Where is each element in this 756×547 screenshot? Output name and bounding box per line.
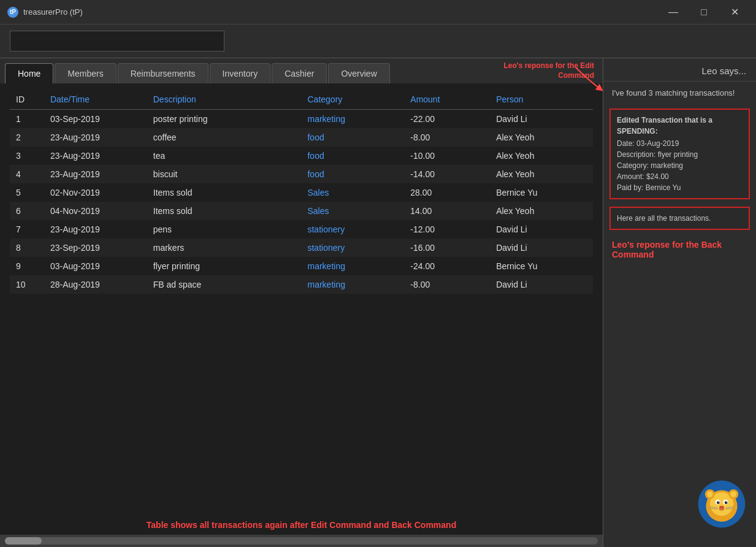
tab-inventory[interactable]: Inventory xyxy=(210,63,271,83)
cell-description: biscuit xyxy=(147,165,302,183)
cell-id: 9 xyxy=(10,257,44,275)
leo-lion-icon xyxy=(697,480,746,529)
col-header-date: Date/Time xyxy=(44,90,147,110)
scrollbar-thumb[interactable] xyxy=(5,537,42,545)
col-header-id: ID xyxy=(10,90,44,110)
cell-amount: -16.00 xyxy=(404,239,490,257)
cell-category: food xyxy=(301,165,404,183)
table-row[interactable]: 3 23-Aug-2019 tea food -10.00 Alex Yeoh xyxy=(10,147,593,165)
svg-point-12 xyxy=(718,502,719,503)
left-panel: Home Members Reimbursements Inventory Ca… xyxy=(0,58,603,547)
tab-reimbursements[interactable]: Reimbursements xyxy=(118,63,208,83)
cell-category: stationery xyxy=(301,239,404,257)
cell-description: markers xyxy=(147,239,302,257)
app-title: treasurerPro (tP) xyxy=(23,7,83,17)
app-icon: tP xyxy=(7,7,18,18)
cell-amount: -22.00 xyxy=(404,110,490,129)
right-panel: Leo's reponse for the Edit Command Leo s… xyxy=(603,58,756,547)
table-row[interactable]: 2 23-Aug-2019 coffee food -8.00 Alex Yeo… xyxy=(10,128,593,147)
cell-description: poster printing xyxy=(147,110,302,129)
leo-intro-text: I've found 3 matching transactions! xyxy=(612,88,735,98)
cell-description: Items sold xyxy=(147,183,302,202)
cell-id: 1 xyxy=(10,110,44,129)
cell-description: flyer printing xyxy=(147,257,302,275)
svg-point-10 xyxy=(717,501,720,504)
cell-category: stationery xyxy=(301,220,404,239)
cell-amount: -12.00 xyxy=(404,220,490,239)
cell-category: marketing xyxy=(301,275,404,294)
cell-date: 03-Sep-2019 xyxy=(44,110,147,129)
cell-category: marketing xyxy=(301,110,404,129)
cell-amount: -24.00 xyxy=(404,257,490,275)
cell-date: 02-Nov-2019 xyxy=(44,183,147,202)
status-bar xyxy=(0,535,603,547)
cell-id: 10 xyxy=(10,275,44,294)
col-header-amount: Amount xyxy=(404,90,490,110)
table-row[interactable]: 6 04-Nov-2019 Items sold Sales 14.00 Ale… xyxy=(10,202,593,220)
table-annotation: Table shows all transactions again after… xyxy=(0,515,603,535)
cell-person: Alex Yeoh xyxy=(490,165,593,183)
cell-date: 23-Aug-2019 xyxy=(44,165,147,183)
cell-date: 23-Aug-2019 xyxy=(44,128,147,147)
leo-back-text: Here are all the transactions. xyxy=(617,214,711,223)
leo-edit-category: Category: marketing xyxy=(617,161,683,170)
leo-back-box: Here are all the transactions. xyxy=(609,207,750,230)
cell-date: 28-Aug-2019 xyxy=(44,275,147,294)
cell-description: coffee xyxy=(147,128,302,147)
cell-category: food xyxy=(301,147,404,165)
leo-says-label: Leo says... xyxy=(701,66,746,76)
table-body: 1 03-Sep-2019 poster printing marketing … xyxy=(10,110,593,294)
cell-amount: 28.00 xyxy=(404,183,490,202)
cell-person: David Li xyxy=(490,275,593,294)
minimize-button[interactable]: — xyxy=(659,3,687,21)
transaction-table: ID Date/Time Description Category Amount… xyxy=(10,90,593,294)
search-bar xyxy=(0,25,756,58)
cell-category: food xyxy=(301,128,404,147)
cell-date: 04-Nov-2019 xyxy=(44,202,147,220)
leo-edit-description: Description: flyer printing xyxy=(617,150,698,159)
maximize-button[interactable]: □ xyxy=(690,3,718,21)
search-input[interactable] xyxy=(10,31,224,52)
cell-id: 6 xyxy=(10,202,44,220)
close-button[interactable]: ✕ xyxy=(720,3,749,21)
table-row[interactable]: 8 23-Sep-2019 markers stationery -16.00 … xyxy=(10,239,593,257)
col-header-category: Category xyxy=(301,90,404,110)
title-bar-left: tP treasurerPro (tP) xyxy=(7,7,83,18)
leo-header: Leo says... xyxy=(603,58,756,82)
tab-home[interactable]: Home xyxy=(5,63,53,83)
cell-date: 03-Aug-2019 xyxy=(44,257,147,275)
svg-point-11 xyxy=(725,501,728,504)
cell-id: 5 xyxy=(10,183,44,202)
table-row[interactable]: 1 03-Sep-2019 poster printing marketing … xyxy=(10,110,593,129)
edit-arrow xyxy=(490,49,613,98)
cell-id: 2 xyxy=(10,128,44,147)
cell-person: Bernice Yu xyxy=(490,257,593,275)
cell-category: marketing xyxy=(301,257,404,275)
cell-category: Sales xyxy=(301,202,404,220)
tab-cashier[interactable]: Cashier xyxy=(272,63,327,83)
cell-person: Alex Yeoh xyxy=(490,128,593,147)
svg-point-13 xyxy=(726,502,727,503)
cell-amount: 14.00 xyxy=(404,202,490,220)
cell-description: pens xyxy=(147,220,302,239)
scrollbar-track[interactable] xyxy=(5,537,598,545)
leo-edit-box: Edited Transaction that is a SPENDING: D… xyxy=(609,109,750,199)
cell-person: Bernice Yu xyxy=(490,183,593,202)
table-row[interactable]: 7 23-Aug-2019 pens stationery -12.00 Dav… xyxy=(10,220,593,239)
tab-overview[interactable]: Overview xyxy=(328,63,389,83)
table-row[interactable]: 10 28-Aug-2019 FB ad space marketing -8.… xyxy=(10,275,593,294)
table-row[interactable]: 9 03-Aug-2019 flyer printing marketing -… xyxy=(10,257,593,275)
svg-point-7 xyxy=(730,491,736,497)
cell-category: Sales xyxy=(301,183,404,202)
leo-edit-paid-by: Paid by: Bernice Yu xyxy=(617,183,681,192)
table-row[interactable]: 5 02-Nov-2019 Items sold Sales 28.00 Ber… xyxy=(10,183,593,202)
cell-amount: -10.00 xyxy=(404,147,490,165)
svg-point-6 xyxy=(707,491,713,497)
tab-members[interactable]: Members xyxy=(55,63,116,83)
cell-person: David Li xyxy=(490,110,593,129)
cell-description: tea xyxy=(147,147,302,165)
table-row[interactable]: 4 23-Aug-2019 biscuit food -14.00 Alex Y… xyxy=(10,165,593,183)
cell-person: David Li xyxy=(490,220,593,239)
cell-person: David Li xyxy=(490,239,593,257)
main-content: Home Members Reimbursements Inventory Ca… xyxy=(0,58,756,547)
